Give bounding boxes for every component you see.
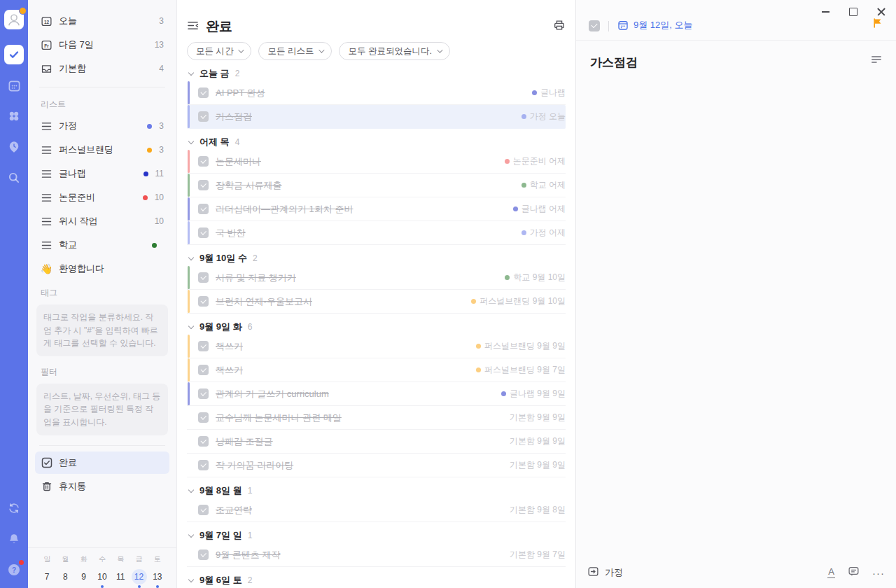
text-format-icon[interactable]: A (827, 567, 835, 578)
tasks-check-icon[interactable] (4, 45, 24, 64)
group-count: 1 (248, 531, 253, 540)
group-header[interactable]: 9월 8일 월1 (187, 483, 566, 498)
lists-section-label: 리스트 (35, 93, 169, 115)
quadrant-icon[interactable] (4, 106, 24, 126)
priority-flag-icon[interactable] (872, 18, 883, 31)
chevron-down-icon (188, 531, 194, 537)
calendar-date-7[interactable]: 7 (38, 569, 56, 584)
task-checkbox[interactable] (198, 341, 209, 351)
task-row[interactable]: 교수님께 논문세미나 관련 메일기본함 9월 9일 (187, 406, 566, 430)
task-row[interactable]: 작 가의꿈 리라이팅기본함 9월 9일 (187, 454, 566, 477)
task-meta: 퍼스널브랜딩 9월 10일 (471, 295, 566, 307)
task-row[interactable]: 조교연락기본함 9월 8일 (187, 498, 566, 522)
calendar-icon[interactable] (4, 76, 24, 95)
task-row[interactable]: 논문세미나논문준비 어제 (187, 150, 566, 174)
task-row[interactable]: 국 반찬가정 어제 (187, 221, 566, 245)
group-header[interactable]: 9월 10일 수2 (187, 251, 566, 266)
task-row[interactable]: 브런치 연재-우울보고서퍼스널브랜딩 9월 10일 (187, 290, 566, 314)
sidebar-item-welcome[interactable]: 👋 환영합니다 (35, 258, 169, 280)
task-meta: 퍼스널브랜딩 9월 9일 (476, 340, 566, 352)
sidebar-item-퍼스널브랜딩[interactable]: 퍼스널브랜딩3 (35, 139, 169, 161)
group-count: 2 (248, 575, 253, 585)
help-icon[interactable]: ? (4, 560, 24, 580)
group-header[interactable]: 9월 7일 일1 (187, 528, 566, 543)
printer-icon[interactable] (553, 19, 566, 34)
task-checkbox[interactable] (198, 436, 209, 447)
task-row[interactable]: AI PPT 완성글나랩 (187, 81, 566, 105)
task-checkbox[interactable] (198, 156, 209, 167)
task-checkbox[interactable] (198, 412, 209, 423)
task-title: 책쓰기 (216, 364, 476, 377)
tag-color-dot (513, 206, 518, 211)
calendar-date-13[interactable]: 13 (148, 569, 167, 584)
chevron-down-icon (188, 486, 194, 492)
group-header[interactable]: 오늘 금2 (187, 66, 566, 81)
task-checkbox[interactable] (198, 550, 209, 560)
task-checkbox[interactable] (198, 227, 209, 238)
group-count: 2 (253, 253, 258, 263)
calendar-date-8[interactable]: 8 (56, 569, 74, 584)
filter-chip[interactable]: 모두 완료되었습니다. (339, 42, 449, 60)
task-checkbox[interactable] (198, 88, 209, 98)
calendar-date-12[interactable]: 12 (130, 569, 148, 584)
more-options-icon[interactable]: ··· (872, 567, 885, 579)
comment-icon[interactable] (848, 566, 860, 580)
sidebar-item-학교[interactable]: 학교 (35, 234, 169, 256)
task-row[interactable]: 책쓰기퍼스널브랜딩 9월 7일 (187, 358, 566, 382)
sidebar-item-다음 7일[interactable]: Fr다음 7일13 (35, 34, 169, 56)
sidebar-item-trash[interactable]: 휴지통 (35, 475, 169, 498)
sidebar-item-글나랩[interactable]: 글나랩11 (35, 162, 169, 185)
search-icon[interactable] (4, 168, 24, 188)
task-row[interactable]: 9월 콘텐츠 제작기본함 9월 7일 (187, 543, 566, 567)
maximize-button[interactable] (848, 7, 858, 17)
filter-chip[interactable]: 모든 리스트 (258, 42, 332, 60)
due-date-button[interactable]: 9월 12일, 오늘 (617, 19, 872, 31)
calendar-date-10[interactable]: 10 (93, 569, 111, 584)
group-header[interactable]: 9월 9일 화6 (187, 319, 566, 335)
task-row[interactable]: 장학금 서류제출학교 어제 (187, 174, 566, 197)
task-checkbox[interactable] (198, 204, 209, 214)
task-title: 장학금 서류제출 (216, 179, 522, 192)
notification-bell-icon[interactable] (4, 529, 24, 549)
task-row[interactable]: 가스점검가정 오늘 (187, 105, 566, 129)
sidebar-item-completed[interactable]: 완료 (35, 451, 169, 474)
task-checkbox[interactable] (198, 365, 209, 375)
collapse-sidebar-icon[interactable] (187, 20, 199, 34)
user-avatar[interactable] (4, 10, 24, 29)
detail-checkbox[interactable] (589, 20, 600, 31)
habit-clock-icon[interactable] (4, 137, 24, 157)
sidebar-item-오늘[interactable]: 12오늘3 (35, 10, 169, 32)
task-meta: 가정 오늘 (522, 111, 566, 122)
sidebar-item-위시 작업[interactable]: 위시 작업10 (35, 210, 169, 232)
task-checkbox[interactable] (198, 505, 209, 515)
task-row[interactable]: 서류 및 자료 챙기기학교 9월 10일 (187, 266, 566, 290)
mini-calendar[interactable]: 일월화수목금토 78910111213 (28, 547, 176, 588)
task-title[interactable]: 가스점검 (590, 55, 871, 71)
task-list-name[interactable]: 가정 (605, 566, 822, 579)
task-checkbox[interactable] (198, 180, 209, 190)
task-checkbox[interactable] (198, 460, 209, 470)
minimize-button[interactable] (820, 7, 830, 17)
task-row[interactable]: 리더십데이—관계의키 1회차 준비글나랩 어제 (187, 197, 566, 221)
close-button[interactable] (876, 7, 886, 17)
task-row[interactable]: 낭패감 조절글기본함 9월 9일 (187, 430, 566, 454)
task-checkbox[interactable] (198, 272, 209, 283)
task-group: 9월 10일 수2서류 및 자료 챙기기학교 9월 10일브런치 연재-우울보고… (187, 251, 566, 314)
sync-icon[interactable] (4, 498, 24, 518)
group-header[interactable]: 9월 6일 토2 (187, 573, 566, 588)
task-row[interactable]: 관계의 키 글쓰기 curriculum글나랩 9월 9일 (187, 382, 566, 406)
group-header[interactable]: 어제 목4 (187, 134, 566, 150)
task-checkbox[interactable] (198, 296, 209, 307)
sidebar-item-가정[interactable]: 가정3 (35, 115, 169, 137)
sidebar-item-논문준비[interactable]: 논문준비10 (35, 186, 169, 209)
task-checkbox[interactable] (198, 388, 209, 399)
calendar-date-11[interactable]: 11 (111, 569, 130, 584)
task-row[interactable]: 책쓰기퍼스널브랜딩 9월 9일 (187, 335, 566, 358)
svg-text:Fr: Fr (44, 43, 49, 48)
task-checkbox[interactable] (198, 111, 209, 122)
subtasks-progress-icon[interactable] (871, 55, 882, 67)
sidebar-item-기본함[interactable]: 기본함4 (35, 57, 169, 80)
calendar-date-9[interactable]: 9 (75, 569, 93, 584)
filter-chip[interactable]: 모든 시간 (187, 42, 251, 60)
move-to-list-icon[interactable] (587, 566, 599, 580)
